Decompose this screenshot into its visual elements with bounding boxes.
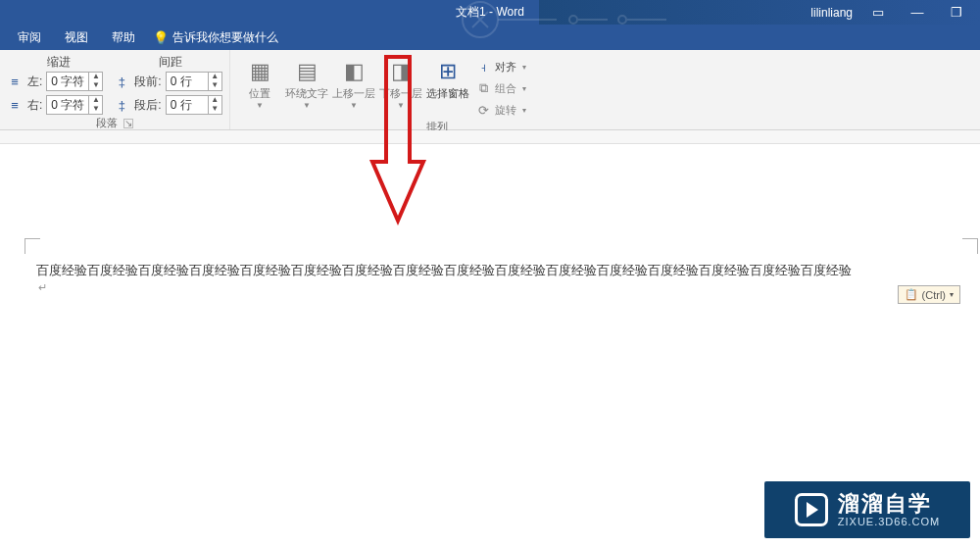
svg-point-1 [569, 16, 577, 24]
chevron-down-icon: ▼ [350, 101, 358, 110]
align-button[interactable]: ⫞ 对齐 ▾ [475, 57, 526, 76]
bring-forward-icon: ◧ [338, 56, 369, 87]
indent-header: 缩进 [10, 54, 108, 71]
bring-forward-button[interactable]: ◧ 上移一层 ▼ [330, 54, 377, 110]
chevron-down-icon: ▼ [256, 101, 264, 110]
group-arrange: ▦ 位置 ▼ ▤ 环绕文字 ▼ ◧ 上移一层 ▼ ◨ 下移一层 ▼ ⊞ 选择窗格 [230, 50, 536, 129]
send-backward-button[interactable]: ◨ 下移一层 ▼ [377, 54, 424, 110]
ribbon-display-options[interactable]: ▭ [864, 5, 892, 20]
tab-review[interactable]: 审阅 [6, 25, 53, 50]
ribbon: 缩进 间距 ≡ 左: 0 字符 ▲▼ ≡ 右: 0 字符 [0, 50, 980, 130]
position-icon: ▦ [244, 56, 275, 87]
document-text[interactable]: 百度经验百度经验百度经验百度经验百度经验百度经验百度经验百度经验百度经验百度经验… [36, 262, 978, 279]
chevron-down-icon: ▼ [303, 101, 311, 110]
group-icon: ⧉ [475, 80, 491, 96]
tab-help[interactable]: 帮助 [100, 25, 147, 50]
document-name: 文档1 [456, 5, 486, 19]
paragraph-group-label: 段落 [96, 116, 118, 130]
spinner-down[interactable]: ▼ [209, 105, 221, 114]
spacing-before-icon: ‡ [113, 75, 130, 89]
indent-left-value: 0 字符 [47, 74, 88, 90]
paste-options-label: (Ctrl) [922, 289, 946, 301]
group-button[interactable]: ⧉ 组合 ▾ [475, 78, 526, 98]
spacing-header: 间距 [122, 54, 220, 71]
user-name[interactable]: lilinliang [810, 6, 853, 20]
margin-corner-top-left [24, 238, 40, 254]
selection-pane-button[interactable]: ⊞ 选择窗格 [424, 54, 471, 100]
wrap-text-icon: ▤ [291, 56, 322, 87]
paste-options-button[interactable]: 📋 (Ctrl) ▾ [898, 285, 960, 304]
rotate-button[interactable]: ⟳ 旋转 ▾ [475, 100, 526, 120]
spacing-before-label: 段前: [134, 74, 161, 90]
group-paragraph: 缩进 间距 ≡ 左: 0 字符 ▲▼ ≡ 右: 0 字符 [0, 50, 230, 129]
spacing-after-value: 0 行 [167, 97, 208, 114]
tell-me-placeholder: 告诉我你想要做什么 [172, 29, 278, 46]
watermark-title: 溜溜自学 [838, 492, 940, 516]
indent-right-label: 右: [27, 97, 42, 114]
indent-left-spinner[interactable]: 0 字符 ▲▼ [46, 72, 103, 91]
spacing-after-icon: ‡ [113, 98, 130, 113]
margin-corner-top-right [962, 238, 978, 254]
chevron-down-icon: ▾ [522, 84, 526, 93]
watermark-url: ZIXUE.3D66.COM [838, 516, 940, 527]
chevron-down-icon: ▾ [950, 290, 954, 299]
indent-right-value: 0 字符 [47, 97, 88, 114]
chevron-down-icon: ▾ [522, 106, 526, 115]
selection-pane-icon: ⊞ [432, 56, 464, 87]
align-icon: ⫞ [475, 60, 491, 75]
spacing-after-spinner[interactable]: 0 行 ▲▼ [166, 95, 222, 115]
lightbulb-icon: 💡 [153, 30, 169, 45]
indent-right-icon: ≡ [6, 98, 24, 113]
chevron-down-icon: ▼ [397, 101, 405, 110]
paste-icon: 📋 [905, 288, 918, 301]
spinner-down[interactable]: ▼ [89, 81, 102, 90]
spacing-before-value: 0 行 [167, 74, 208, 90]
svg-point-2 [618, 16, 626, 24]
indent-right-spinner[interactable]: 0 字符 ▲▼ [46, 95, 103, 115]
paragraph-mark-icon: ↵ [38, 281, 47, 294]
spacing-after-label: 段后: [134, 97, 161, 114]
title-bar: 文档1 - Word lilinliang ▭ — ❐ [0, 0, 980, 25]
restore-button[interactable]: ❐ [943, 5, 970, 20]
tell-me-search[interactable]: 💡 告诉我你想要做什么 [147, 29, 278, 46]
play-icon [795, 493, 828, 526]
wrap-text-button[interactable]: ▤ 环绕文字 ▼ [283, 54, 330, 110]
send-backward-icon: ◨ [385, 56, 416, 87]
tab-view[interactable]: 视图 [53, 25, 100, 50]
spacing-before-spinner[interactable]: 0 行 ▲▼ [166, 72, 222, 91]
spinner-down[interactable]: ▼ [209, 81, 221, 90]
watermark-logo: 溜溜自学 ZIXUE.3D66.COM [764, 481, 970, 538]
app-name: Word [496, 5, 523, 19]
spinner-down[interactable]: ▼ [89, 105, 102, 114]
chevron-down-icon: ▾ [522, 63, 526, 72]
horizontal-ruler[interactable] [0, 130, 980, 144]
position-button[interactable]: ▦ 位置 ▼ [236, 54, 283, 110]
indent-left-icon: ≡ [6, 75, 24, 89]
indent-left-label: 左: [27, 74, 42, 90]
minimize-button[interactable]: — [904, 5, 931, 20]
window-title: 文档1 - Word [456, 4, 524, 21]
paragraph-dialog-launcher[interactable]: ↘ [123, 119, 133, 128]
rotate-icon: ⟳ [475, 103, 491, 118]
